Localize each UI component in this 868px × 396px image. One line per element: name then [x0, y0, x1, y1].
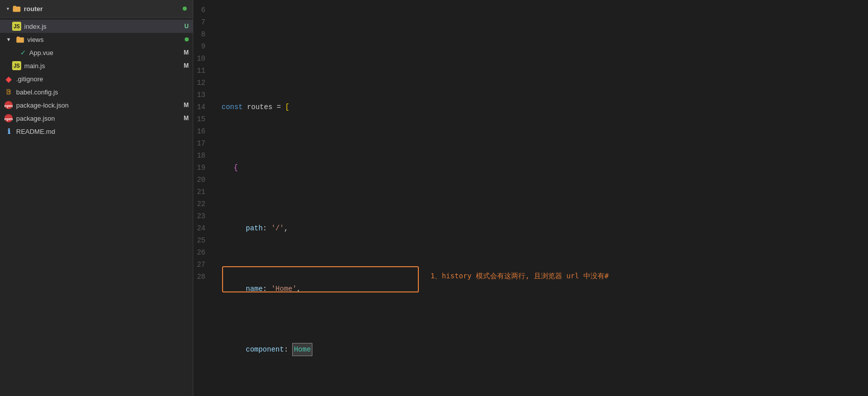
app-vue-label: App.vue — [29, 49, 181, 57]
line-num-18: 18 — [193, 150, 213, 162]
line-num-6: 6 — [193, 4, 213, 16]
status-dot — [183, 7, 187, 11]
line-num-9: 9 — [193, 40, 213, 53]
sidebar: ▾ router JS index.js U ▾ views ✓ App.vue… — [0, 0, 193, 396]
line-num-12: 12 — [193, 77, 213, 89]
line-num-16: 16 — [193, 125, 213, 137]
svg-text:npm: npm — [5, 117, 13, 121]
cursor-word: Home — [292, 343, 312, 356]
sidebar-file-list: JS index.js U ▾ views ✓ App.vue M JS mai… — [0, 18, 193, 140]
line-num-13: 13 — [193, 89, 213, 101]
line-num-19: 19 — [193, 162, 213, 174]
npm-icon: npm — [4, 114, 13, 123]
git-icon: ◆ — [4, 74, 13, 84]
line-num-15: 15 — [193, 113, 213, 125]
package-lock-label: package-lock.json — [16, 102, 181, 109]
folder-icon — [13, 5, 21, 12]
code-line-10: name: 'Home', — [218, 283, 868, 295]
sidebar-item-package-json[interactable]: npm package.json M — [0, 112, 193, 125]
info-icon: ℹ — [4, 127, 13, 135]
line-num-21: 21 — [193, 186, 213, 198]
views-status-dot — [185, 37, 189, 41]
package-json-label: package.json — [16, 115, 181, 122]
svg-text:npm: npm — [5, 104, 13, 108]
main-js-badge: M — [184, 62, 189, 69]
line-num-22: 22 — [193, 198, 213, 210]
line-num-20: 20 — [193, 174, 213, 186]
line-num-27: 27 — [193, 259, 213, 271]
code-line-9: path: '/', — [218, 222, 868, 234]
file-label: index.js — [24, 23, 181, 30]
readme-label: README.md — [16, 128, 189, 135]
sidebar-item-package-lock[interactable]: npm package-lock.json M — [0, 98, 193, 112]
editor-wrapper: 6 7 8 9 10 11 12 13 14 15 16 17 18 19 20… — [193, 0, 868, 396]
sidebar-item-index-js[interactable]: JS index.js U — [0, 20, 193, 33]
line-num-11: 11 — [193, 65, 213, 77]
code-line-8: { — [218, 162, 868, 174]
sidebar-item-readme[interactable]: ℹ README.md — [0, 125, 193, 138]
main-js-label: main.js — [24, 62, 181, 70]
views-folder-icon — [16, 36, 24, 43]
app-vue-badge: M — [184, 49, 189, 56]
line-numbers: 6 7 8 9 10 11 12 13 14 15 16 17 18 19 20… — [193, 4, 218, 396]
package-json-badge: M — [184, 115, 189, 122]
line-num-23: 23 — [193, 210, 213, 222]
sidebar-item-app-vue[interactable]: ✓ App.vue M — [0, 46, 193, 59]
line-num-24: 24 — [193, 222, 213, 234]
line-num-10: 10 — [193, 53, 213, 65]
package-lock-badge: M — [184, 102, 189, 109]
editor-panel: 6 7 8 9 10 11 12 13 14 15 16 17 18 19 20… — [193, 0, 868, 396]
gitignore-label: .gitignore — [16, 75, 189, 83]
main-js-icon: JS — [12, 61, 21, 70]
views-label: views — [27, 36, 182, 43]
folder-collapse-icon: ▾ — [4, 36, 13, 43]
babel-icon: 𝔹 — [4, 88, 13, 96]
npm-lock-icon: npm — [4, 101, 13, 110]
line-num-28: 28 — [193, 271, 213, 283]
file-badge: U — [184, 23, 189, 30]
babel-label: babel.config.js — [16, 88, 189, 96]
sidebar-item-babel[interactable]: 𝔹 babel.config.js — [0, 85, 193, 98]
code-line-7: const routes = [ — [218, 101, 868, 113]
line-num-14: 14 — [193, 101, 213, 113]
code-area[interactable]: const routes = [ { path: '/', name: 'Hom… — [218, 4, 868, 396]
sidebar-title: router — [24, 5, 43, 13]
sidebar-header: ▾ router — [0, 0, 193, 18]
js-icon: JS — [12, 22, 21, 31]
code-line-6 — [218, 40, 868, 53]
line-num-17: 17 — [193, 137, 213, 150]
vue-icon: ✓ — [20, 48, 26, 57]
line-num-25: 25 — [193, 234, 213, 246]
sidebar-item-gitignore[interactable]: ◆ .gitignore — [0, 72, 193, 85]
folder-arrow-icon: ▾ — [6, 5, 10, 13]
line-num-8: 8 — [193, 28, 213, 40]
sidebar-item-main-js[interactable]: JS main.js M — [0, 59, 193, 72]
code-line-11: component: Home — [218, 343, 868, 356]
editor-content[interactable]: 6 7 8 9 10 11 12 13 14 15 16 17 18 19 20… — [193, 0, 868, 396]
line-num-7: 7 — [193, 16, 213, 28]
line-num-26: 26 — [193, 246, 213, 259]
sidebar-item-views[interactable]: ▾ views — [0, 33, 193, 46]
